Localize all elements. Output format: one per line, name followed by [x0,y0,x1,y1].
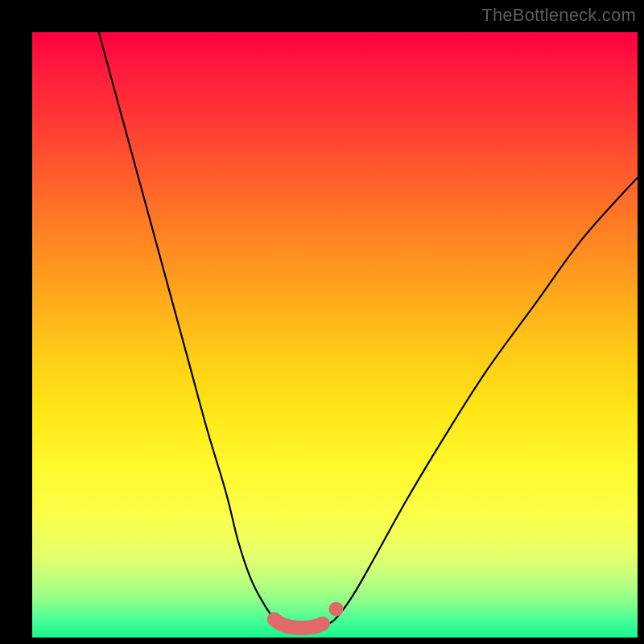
highlighted-bottom-region [275,619,323,628]
highlighted-outlier-dot [329,602,344,617]
watermark-text: TheBottleneck.com [481,5,636,26]
chart-frame: TheBottleneck.com [0,0,644,644]
left-branch-curve [99,32,281,625]
plot-area [32,32,638,638]
curve-overlay [32,32,638,638]
right-branch-curve [323,177,638,625]
